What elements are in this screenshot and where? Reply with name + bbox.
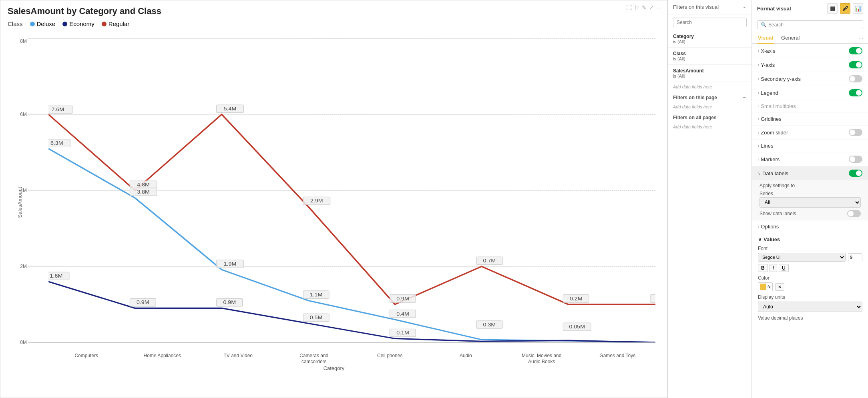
svg-text:0.1M: 0.1M [396, 330, 409, 336]
filters-on-visual-label: Filters on this visual [673, 4, 719, 10]
x-label-cameras: Cameras andcamcorders [276, 353, 352, 364]
format-tab-more[interactable]: ··· [859, 32, 863, 43]
format-search-input[interactable] [768, 22, 860, 28]
format-table-icon[interactable]: ▦ [827, 3, 838, 14]
x-label-tv: TV and Video [200, 353, 276, 364]
filter-category: Category is (All) [668, 30, 751, 48]
more-icon[interactable]: ··· [656, 4, 661, 11]
italic-button[interactable]: I [770, 264, 777, 272]
display-units-label: Display units [758, 294, 862, 300]
expand-icon[interactable]: ⤢ [649, 4, 654, 11]
series-label: Series [760, 191, 861, 196]
color-row: fx ✕ [758, 282, 862, 291]
chevron-lines: › [758, 144, 759, 148]
option-options[interactable]: › Options [752, 220, 868, 233]
toggle-legend[interactable] [849, 89, 862, 96]
toggle-show-data-labels[interactable] [847, 210, 861, 217]
option-markers[interactable]: › Markers [752, 152, 868, 166]
svg-container: 7.6M 4.8M 5.4M 2.9M 0.9M 0.7M [48, 38, 655, 342]
filter-icon[interactable]: ⚐ [634, 4, 639, 11]
x-axis-label-text: X-axis [761, 48, 775, 54]
chart-area: SalesAmount 8M 6M 4M 2M 0M [0, 30, 667, 374]
font-family-select[interactable]: Segoe UI [758, 253, 846, 262]
format-panel-icons: ▦ 🖌 📊 [827, 3, 863, 14]
bold-button[interactable]: B [758, 264, 768, 272]
svg-text:1.9M: 1.9M [224, 261, 237, 267]
chevron-values: ∨ [758, 236, 762, 242]
values-section: ∨ Values Font Segoe UI B I U Color fx [752, 233, 868, 326]
svg-text:0.7M: 0.7M [483, 258, 496, 264]
filter-search-box[interactable] [668, 14, 751, 30]
option-data-labels[interactable]: ∨ Data labels [752, 166, 868, 180]
filter-class: Class is (All) [668, 48, 751, 65]
toggle-secondary-y[interactable] [849, 75, 862, 82]
font-style-row: B I U [758, 264, 862, 272]
format-analytics-icon[interactable]: 📊 [853, 3, 863, 14]
tab-visual[interactable]: Visual [757, 32, 774, 44]
add-fields-page[interactable]: Add data fields here [668, 102, 751, 112]
legend-label-economy: Economy [69, 20, 94, 27]
toggle-markers[interactable] [849, 156, 862, 163]
tab-general[interactable]: General [780, 32, 800, 44]
option-small-multiples[interactable]: › Small multiples [752, 100, 868, 113]
toggle-x-axis[interactable] [849, 47, 862, 54]
secondary-y-label-text: Secondary y-axis [761, 76, 801, 82]
svg-text:2.9M: 2.9M [310, 198, 323, 204]
add-fields-all[interactable]: Add data fields here [668, 122, 751, 132]
filters-more-icon[interactable]: ··· [742, 4, 747, 10]
filters-on-page-more[interactable]: ··· [743, 95, 747, 100]
regular-dot [102, 22, 106, 26]
underline-button[interactable]: U [779, 264, 789, 272]
toggle-zoom-slider[interactable] [849, 129, 862, 136]
legend-class-label: Class [8, 20, 23, 27]
filter-salesamount-title: SalesAmount [673, 68, 747, 74]
deluxe-dot [30, 22, 35, 26]
chart-legend: Class Deluxe Economy Regular [0, 19, 667, 30]
deluxe-line [48, 149, 655, 343]
filter-search-input[interactable] [673, 18, 747, 27]
format-paint-icon[interactable]: 🖌 [840, 3, 850, 14]
filter-salesamount-value: is (All) [673, 74, 747, 78]
svg-text:5.4M: 5.4M [224, 106, 237, 112]
add-fields-visual[interactable]: Add data fields here [668, 82, 751, 92]
toggle-data-labels[interactable] [849, 170, 862, 177]
option-legend[interactable]: › Legend [752, 86, 868, 100]
chevron-x-axis: › [758, 49, 759, 53]
format-search-area[interactable]: 🔍 [752, 17, 868, 32]
y-axis-label-text: Y-axis [761, 62, 775, 68]
toggle-y-axis[interactable] [849, 61, 862, 68]
filters-on-page-header: Filters on this page ··· [668, 92, 751, 102]
color-reset-button[interactable]: ✕ [775, 283, 784, 291]
values-header[interactable]: ∨ Values [758, 236, 862, 242]
edit-icon[interactable]: ✎ [642, 4, 647, 11]
option-y-axis[interactable]: › Y-axis [752, 58, 868, 72]
option-lines[interactable]: › Lines [752, 140, 868, 152]
svg-rect-14 [650, 295, 655, 303]
option-x-axis[interactable]: › X-axis [752, 44, 868, 58]
font-size-input[interactable] [848, 253, 862, 261]
series-select[interactable]: All [760, 197, 861, 208]
small-multiples-text: Small multiples [761, 103, 796, 109]
chart-toolbar: ⛶ ⚐ ✎ ⤢ ··· [626, 4, 661, 11]
filter-class-title: Class [673, 51, 747, 56]
chevron-legend: › [758, 91, 759, 95]
filters-panel: Filters on this visual ··· Category is (… [668, 0, 752, 398]
display-units-select[interactable]: Auto [758, 302, 862, 312]
ytick-8m: 8M [8, 38, 27, 44]
svg-text:1.1M: 1.1M [310, 292, 323, 298]
option-gridlines[interactable]: › Gridlines [752, 113, 868, 126]
chevron-markers: › [758, 157, 759, 162]
ytick-2m: 2M [8, 264, 27, 269]
chevron-options: › [758, 224, 759, 229]
option-secondary-y-axis[interactable]: › Secondary y-axis [752, 72, 868, 86]
legend-label-deluxe: Deluxe [37, 20, 56, 27]
economy-line [48, 282, 655, 342]
focus-icon[interactable]: ⛶ [626, 4, 632, 11]
option-zoom-slider[interactable]: › Zoom slider [752, 126, 868, 140]
chevron-data-labels: ∨ [758, 171, 761, 176]
svg-text:0.05M: 0.05M [569, 324, 585, 330]
x-label-cell: Cell phones [352, 353, 428, 364]
color-swatch [760, 284, 766, 290]
color-picker[interactable]: fx [758, 282, 773, 291]
format-panel-title: Format visual [757, 6, 791, 12]
